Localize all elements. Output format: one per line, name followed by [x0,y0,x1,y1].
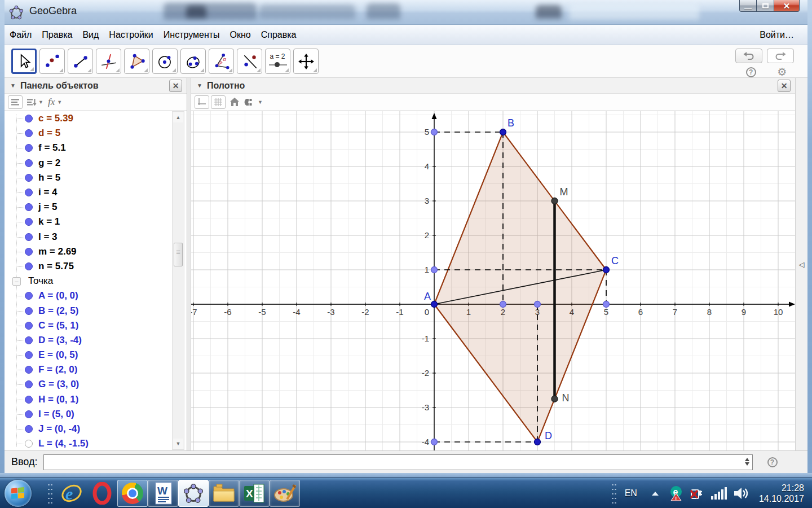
taskbar-geogebra-button[interactable] [178,480,209,507]
menu-file[interactable]: Файл [5,30,37,40]
object-visibility-dot[interactable] [25,380,33,388]
graphics-close-icon[interactable]: ✕ [778,80,791,92]
close-button[interactable]: ✕ [774,0,800,12]
tool-segment-button[interactable] [68,49,93,74]
tool-conic-button[interactable] [180,49,206,74]
input-history-spinner[interactable] [745,458,749,466]
tool-move-canvas-button[interactable] [293,49,319,74]
object-visibility-dot[interactable] [25,248,33,256]
object-visibility-dot[interactable] [25,189,33,196]
redo-button[interactable] [767,49,794,63]
list-item[interactable]: B = (2, 5) [5,303,171,318]
tool-move-button[interactable] [11,49,37,74]
object-visibility-dot[interactable] [25,115,33,122]
list-item[interactable]: F = (2, 0) [5,362,171,377]
taskbar-explorer-button[interactable] [209,480,239,507]
menu-settings[interactable]: Настройки [104,30,158,40]
taskbar-chrome-button[interactable] [117,480,148,507]
list-item[interactable]: m = 2.69 [5,244,171,259]
point-group-header[interactable]: –Точка [5,274,171,288]
undo-button[interactable] [735,49,762,63]
list-item[interactable]: L = (4, -1.5) [5,436,171,450]
object-visibility-dot[interactable] [25,233,33,241]
clock[interactable]: 21:28 14.10.2017 [759,483,804,504]
list-item[interactable]: C = (5, 1) [5,318,171,333]
network-signal-tray-icon[interactable] [710,487,727,500]
tool-circle-button[interactable] [152,49,178,74]
coordinate-plane[interactable]: -7-6-5-4-3-2-112345678910-4-3-2-1123450A… [191,111,797,450]
list-item[interactable]: i = 4 [5,185,171,200]
list-item[interactable]: f = 5.1 [5,141,171,155]
list-item[interactable]: j = 5 [5,200,171,214]
list-item[interactable]: c = 5.39 [5,111,171,126]
point-capturing-button[interactable]: ▼ [244,97,263,107]
menu-edit[interactable]: Правка [37,30,77,40]
object-visibility-dot[interactable] [25,440,33,448]
taskbar-word-button[interactable]: W [148,480,178,507]
list-item[interactable]: D = (3, -4) [5,333,171,348]
algebra-scrollbar[interactable]: ▲ ▼ [172,111,184,450]
scrollbar-thumb[interactable] [174,243,183,266]
taskbar-opera-button[interactable] [87,480,117,507]
list-item[interactable]: g = 2 [5,156,171,170]
object-visibility-dot[interactable] [25,351,33,359]
object-visibility-dot[interactable] [25,425,33,433]
list-item[interactable]: J = (0, -4) [5,422,171,436]
command-input[interactable] [43,454,753,470]
object-visibility-dot[interactable] [25,203,33,211]
list-item[interactable]: l = 3 [5,230,171,244]
tool-point-button[interactable] [39,49,65,74]
list-item[interactable]: h = 5 [5,170,171,185]
object-visibility-dot[interactable] [25,262,33,270]
tool-angle-button[interactable]: α [209,49,234,74]
hidden-icons-arrow-icon[interactable] [652,492,659,496]
power-plug-tray-icon[interactable] [689,486,705,501]
object-visibility-dot[interactable] [25,336,33,344]
minimize-button[interactable]: — [739,0,757,12]
object-visibility-dot[interactable] [25,144,33,152]
object-visibility-dot[interactable] [25,410,33,418]
list-item[interactable]: d = 5 [5,126,171,141]
maximize-button[interactable] [757,0,774,12]
taskbar-paint-button[interactable] [270,480,300,507]
tool-slider-button[interactable]: a = 2 [265,49,290,74]
object-visibility-dot[interactable] [25,307,33,315]
object-visibility-dot[interactable] [25,396,33,404]
tool-perpendicular-line-button[interactable] [96,49,121,74]
object-visibility-dot[interactable] [25,292,33,300]
axes-toggle-button[interactable] [195,95,209,109]
algebra-close-icon[interactable]: ✕ [169,80,182,92]
object-visibility-dot[interactable] [25,322,33,330]
scroll-up-icon[interactable]: ▲ [173,112,183,122]
list-item[interactable]: k = 1 [5,214,171,229]
start-button[interactable] [5,480,32,507]
graphics-canvas[interactable]: -7-6-5-4-3-2-112345678910-4-3-2-1123450A… [191,111,795,450]
list-item[interactable]: H = (0, 1) [5,392,171,407]
help-icon[interactable]: ? [746,67,756,77]
grid-toggle-button[interactable] [211,95,226,109]
language-indicator[interactable]: EN [625,488,637,498]
collapse-left-icon[interactable]: ◁ [799,260,805,269]
auxiliary-objects-toggle[interactable] [8,95,23,109]
menu-tools[interactable]: Инструменты [158,30,225,40]
gear-icon[interactable]: ⚙ [777,67,787,77]
list-item[interactable]: A = (0, 0) [5,288,171,303]
taskbar-internet-explorer-button[interactable]: e [56,480,87,507]
home-view-button[interactable] [230,97,240,107]
taskbar-excel-button[interactable]: X [239,480,270,507]
list-item[interactable]: E = (0, 5) [5,348,171,362]
object-visibility-dot[interactable] [25,174,33,182]
list-item[interactable]: G = (3, 0) [5,377,171,392]
panel-splitter[interactable]: ◁ [795,78,807,450]
tool-polygon-button[interactable] [124,49,149,74]
antivirus-tray-icon[interactable]: e ! [669,485,683,501]
title-bar[interactable]: GeoGebra — ✕ [0,0,812,25]
object-visibility-dot[interactable] [25,129,33,137]
object-visibility-dot[interactable] [25,366,33,374]
sign-in-link[interactable]: Войти… [760,30,794,40]
panel-menu-arrow-icon[interactable]: ▼ [197,82,202,89]
menu-view[interactable]: Вид [77,30,104,40]
collapse-group-icon[interactable]: – [12,277,21,286]
menu-help[interactable]: Справка [256,30,302,40]
object-visibility-dot[interactable] [25,159,33,167]
